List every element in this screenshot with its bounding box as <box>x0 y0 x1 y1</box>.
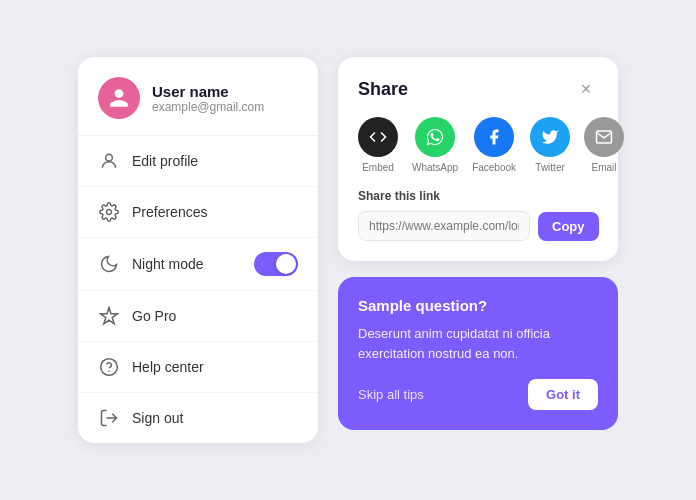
facebook-icon <box>485 128 503 146</box>
menu-label-night-mode: Night mode <box>132 256 242 272</box>
share-link-section: Share this link Copy <box>358 189 598 241</box>
menu-item-preferences[interactable]: Preferences <box>78 187 318 238</box>
svg-point-0 <box>106 154 113 161</box>
share-option-label-twitter: Twitter <box>535 162 564 173</box>
whatsapp-icon <box>426 128 444 146</box>
moon-icon <box>98 253 120 275</box>
share-option-label-facebook: Facebook <box>472 162 516 173</box>
menu-label-edit-profile: Edit profile <box>132 153 298 169</box>
twitter-icon <box>541 128 559 146</box>
signout-icon <box>98 407 120 429</box>
share-option-embed[interactable]: Embed <box>358 117 398 173</box>
twitter-icon-circle <box>530 117 570 157</box>
right-column: Share × Embed <box>338 57 618 430</box>
gear-icon <box>98 201 120 223</box>
svg-point-2 <box>101 359 118 376</box>
night-mode-toggle[interactable] <box>254 252 298 276</box>
sparkle-icon <box>98 305 120 327</box>
share-header: Share × <box>358 77 598 101</box>
share-options: Embed WhatsApp <box>358 117 598 173</box>
menu-item-night-mode[interactable]: Night mode <box>78 238 318 291</box>
got-it-button[interactable]: Got it <box>528 379 598 410</box>
share-option-label-embed: Embed <box>362 162 394 173</box>
tooltip-body: Deserunt anim cupidatat ni officia exerc… <box>358 324 598 363</box>
menu-label-preferences: Preferences <box>132 204 298 220</box>
toggle-knob <box>276 254 296 274</box>
share-option-whatsapp[interactable]: WhatsApp <box>412 117 458 173</box>
embed-icon <box>369 128 387 146</box>
menu-item-edit-profile[interactable]: Edit profile <box>78 136 318 187</box>
tooltip-actions: Skip all tips Got it <box>358 379 598 410</box>
menu-label-go-pro: Go Pro <box>132 308 298 324</box>
help-icon <box>98 356 120 378</box>
share-card: Share × Embed <box>338 57 618 261</box>
embed-icon-circle <box>358 117 398 157</box>
svg-point-1 <box>107 210 112 215</box>
share-link-row: Copy <box>358 211 598 241</box>
username: User name <box>152 83 264 100</box>
facebook-icon-circle <box>474 117 514 157</box>
tooltip-question: Sample question? <box>358 297 598 314</box>
main-layout: User name example@gmail.com Edit profile… <box>78 57 618 443</box>
whatsapp-icon-circle <box>415 117 455 157</box>
copy-button[interactable]: Copy <box>538 212 599 241</box>
share-option-facebook[interactable]: Facebook <box>472 117 516 173</box>
share-option-twitter[interactable]: Twitter <box>530 117 570 173</box>
menu-item-go-pro[interactable]: Go Pro <box>78 291 318 342</box>
close-button[interactable]: × <box>574 77 598 101</box>
menu-label-sign-out: Sign out <box>132 410 298 426</box>
skip-all-tips-button[interactable]: Skip all tips <box>358 387 424 402</box>
user-menu-card: User name example@gmail.com Edit profile… <box>78 57 318 443</box>
user-email: example@gmail.com <box>152 100 264 114</box>
tooltip-card: Sample question? Deserunt anim cupidatat… <box>338 277 618 430</box>
menu-item-sign-out[interactable]: Sign out <box>78 393 318 443</box>
user-icon <box>108 87 130 109</box>
share-link-input[interactable] <box>358 211 530 241</box>
email-icon <box>595 128 613 146</box>
avatar <box>98 77 140 119</box>
user-info: User name example@gmail.com <box>152 83 264 114</box>
share-option-label-email: Email <box>592 162 617 173</box>
menu-label-help-center: Help center <box>132 359 298 375</box>
edit-icon <box>98 150 120 172</box>
menu-item-help-center[interactable]: Help center <box>78 342 318 393</box>
user-header: User name example@gmail.com <box>78 57 318 136</box>
share-link-label: Share this link <box>358 189 598 203</box>
share-option-label-whatsapp: WhatsApp <box>412 162 458 173</box>
share-option-email[interactable]: Email <box>584 117 624 173</box>
share-title: Share <box>358 79 408 100</box>
email-icon-circle <box>584 117 624 157</box>
